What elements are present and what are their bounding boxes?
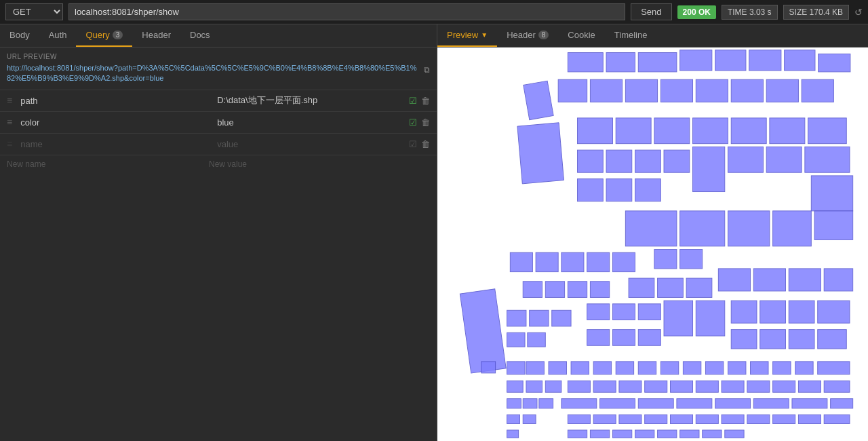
tab-preview[interactable]: Preview ▼ xyxy=(437,24,497,47)
svg-rect-103 xyxy=(593,381,616,392)
param-actions-path: ☑ 🗑 xyxy=(409,96,430,106)
param-name-color[interactable]: color xyxy=(18,113,214,132)
svg-rect-67 xyxy=(638,304,660,320)
tab-timeline[interactable]: Timeline xyxy=(605,24,657,47)
svg-rect-119 xyxy=(677,399,712,408)
svg-rect-94 xyxy=(728,362,745,375)
svg-rect-69 xyxy=(696,301,725,336)
svg-rect-37 xyxy=(811,176,852,211)
left-panel: Body Auth Query 3 Header Docs URL PREVIE… xyxy=(0,24,437,441)
svg-rect-52 xyxy=(545,282,564,298)
main-layout: Body Auth Query 3 Header Docs URL PREVIE… xyxy=(0,24,868,441)
right-panel: Preview ▼ Header 8 Cookie Timeline xyxy=(437,24,868,441)
params-table: ≡ path D:\data\地下一层平面.shp ☑ 🗑 ≡ color bl… xyxy=(0,90,437,441)
param-delete-color[interactable]: 🗑 xyxy=(421,117,430,128)
svg-rect-63 xyxy=(530,310,549,326)
url-input[interactable] xyxy=(68,3,625,20)
svg-rect-6 xyxy=(749,50,781,71)
svg-rect-83 xyxy=(481,362,496,373)
svg-rect-130 xyxy=(670,415,692,423)
request-tab-bar: Body Auth Query 3 Header Docs xyxy=(0,24,437,47)
tab-query[interactable]: Query 3 xyxy=(76,24,132,47)
svg-rect-107 xyxy=(696,381,718,392)
svg-rect-117 xyxy=(600,399,635,408)
svg-rect-84 xyxy=(507,362,525,375)
svg-rect-144 xyxy=(703,430,722,438)
svg-rect-29 xyxy=(664,150,690,172)
svg-rect-121 xyxy=(753,399,789,408)
preview-dropdown-icon: ▼ xyxy=(481,31,488,39)
refresh-icon[interactable]: ↺ xyxy=(854,7,863,18)
param-name-path[interactable]: path xyxy=(18,92,214,110)
param-check-color[interactable]: ☑ xyxy=(409,117,417,128)
tab-response-header[interactable]: Header 8 xyxy=(497,24,558,47)
svg-rect-7 xyxy=(785,50,815,71)
param-value-empty[interactable]: value xyxy=(214,135,405,153)
param-value-color[interactable]: blue xyxy=(214,113,405,132)
drag-handle-path[interactable]: ≡ xyxy=(7,95,12,106)
svg-rect-43 xyxy=(654,250,677,269)
new-param-name[interactable]: New name xyxy=(7,159,203,169)
param-row-color: ≡ color blue ☑ 🗑 xyxy=(0,112,437,134)
param-value-path[interactable]: D:\data\地下一层平面.shp xyxy=(214,90,405,111)
svg-rect-112 xyxy=(824,381,850,392)
svg-rect-141 xyxy=(635,430,654,438)
svg-rect-90 xyxy=(638,362,656,375)
tab-auth[interactable]: Auth xyxy=(39,24,77,47)
svg-rect-10 xyxy=(558,79,587,102)
svg-rect-88 xyxy=(593,362,611,375)
param-delete-empty[interactable]: 🗑 xyxy=(421,139,430,149)
svg-rect-113 xyxy=(507,399,521,408)
svg-rect-42 xyxy=(814,211,853,240)
drag-handle-color[interactable]: ≡ xyxy=(7,117,12,128)
svg-rect-74 xyxy=(507,332,525,347)
status-ok-badge: 200 OK xyxy=(677,5,716,19)
svg-rect-92 xyxy=(683,362,701,375)
svg-rect-39 xyxy=(680,211,725,246)
copy-icon[interactable]: ⧉ xyxy=(424,64,430,76)
new-param-value[interactable]: New value xyxy=(209,159,430,169)
svg-rect-99 xyxy=(507,381,524,392)
svg-rect-123 xyxy=(831,399,853,408)
svg-rect-85 xyxy=(526,362,544,375)
svg-rect-80 xyxy=(760,330,786,349)
svg-rect-62 xyxy=(507,310,526,326)
tab-docs[interactable]: Docs xyxy=(180,24,220,47)
svg-rect-134 xyxy=(773,415,795,423)
svg-rect-64 xyxy=(552,310,571,326)
svg-rect-138 xyxy=(568,430,587,438)
tab-cookie[interactable]: Cookie xyxy=(558,24,604,47)
svg-rect-53 xyxy=(568,282,587,298)
url-preview-section: URL PREVIEW http://localhost:8081/shper/… xyxy=(0,47,437,90)
svg-rect-133 xyxy=(747,415,770,423)
url-preview-label: URL PREVIEW xyxy=(7,53,430,60)
svg-rect-28 xyxy=(635,150,661,172)
svg-rect-20 xyxy=(616,118,651,144)
drag-handle-empty: ≡ xyxy=(7,138,12,149)
svg-rect-93 xyxy=(705,362,723,375)
method-select[interactable]: GET POST PUT DELETE xyxy=(5,3,63,20)
param-delete-path[interactable]: 🗑 xyxy=(421,96,430,106)
svg-rect-137 xyxy=(507,430,519,438)
svg-rect-55 xyxy=(629,278,654,297)
param-check-empty[interactable]: ☑ xyxy=(409,139,417,149)
svg-rect-60 xyxy=(789,269,821,291)
tab-body[interactable]: Body xyxy=(0,24,39,47)
svg-rect-106 xyxy=(670,381,692,392)
svg-rect-77 xyxy=(612,330,635,346)
svg-rect-48 xyxy=(587,252,610,271)
status-size: SIZE 170.4 KB xyxy=(783,5,849,20)
svg-rect-15 xyxy=(731,79,763,102)
tab-header[interactable]: Header xyxy=(132,24,180,47)
svg-rect-41 xyxy=(773,211,812,246)
svg-rect-57 xyxy=(686,278,712,297)
svg-rect-100 xyxy=(526,381,542,392)
param-name-empty[interactable]: name xyxy=(18,135,214,153)
svg-rect-143 xyxy=(680,430,699,438)
param-check-path[interactable]: ☑ xyxy=(409,96,417,106)
svg-rect-97 xyxy=(795,362,813,375)
svg-rect-126 xyxy=(568,415,590,423)
svg-rect-12 xyxy=(625,79,657,102)
send-button[interactable]: Send xyxy=(631,3,671,20)
svg-rect-89 xyxy=(616,362,633,375)
